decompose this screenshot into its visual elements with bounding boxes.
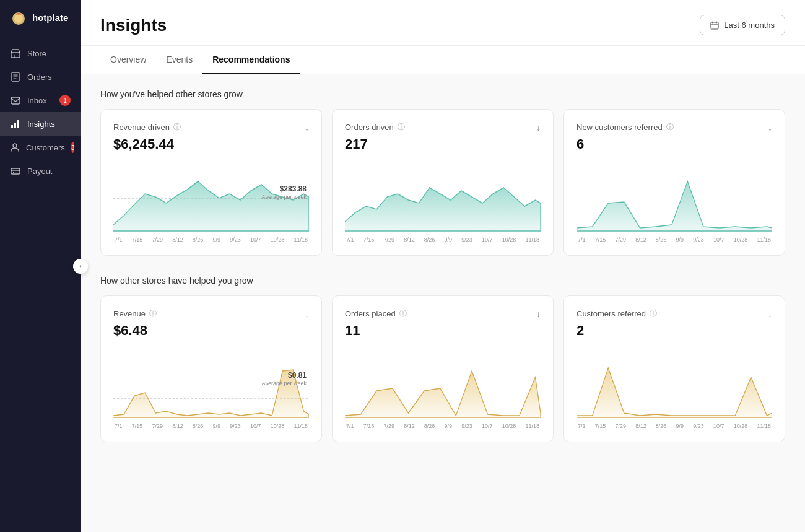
orders-driven-card: Orders driven ⓘ ↓ 217 [332,109,554,256]
info-icon[interactable]: ⓘ [149,308,157,319]
nav-menu: Store Orders Inbox 1 Insights Cust [0,35,80,532]
card-label: Revenue driven ⓘ [113,122,181,133]
sidebar-item-customers[interactable]: Customers 3 [0,136,80,159]
sidebar-item-insights[interactable]: Insights [0,112,80,136]
sidebar-item-payout-label: Payout [27,167,52,176]
svg-rect-9 [11,168,20,174]
revenue-card: Revenue ⓘ ↓ $6.48 [100,295,322,442]
sidebar-item-orders-label: Orders [27,72,52,82]
logo-icon [10,9,27,26]
sidebar-item-insights-label: Insights [27,120,55,129]
chart-area: $283.88 Average per week [113,160,309,234]
svg-rect-5 [11,125,13,128]
orders-driven-chart [345,160,541,234]
x-axis-labels: 7/17/157/298/128/269/99/2310/710/2811/18 [113,237,309,243]
sidebar-collapse-button[interactable]: ‹ [73,259,88,274]
sidebar-item-customers-label: Customers [26,143,65,152]
sidebar-item-store[interactable]: Store [0,41,80,65]
page-header: Insights Last 6 months [80,0,805,46]
main-content: Insights Last 6 months Overview Events R… [80,0,805,532]
svg-rect-11 [711,22,718,29]
info-icon[interactable]: ⓘ [666,122,674,133]
section1-cards: Revenue driven ⓘ ↓ $6,245.44 [100,109,785,256]
orders-placed-chart [345,346,541,421]
page-title: Insights [100,15,167,35]
card-label: Orders driven ⓘ [345,122,405,133]
chart-area [345,346,541,421]
info-icon[interactable]: ⓘ [398,122,405,133]
info-icon[interactable]: ⓘ [173,122,181,133]
avg-line-label: $0.81 Average per week [262,371,307,386]
svg-point-8 [13,144,17,147]
card-value: $6.48 [113,323,309,339]
inbox-icon [10,95,21,106]
download-icon[interactable]: ↓ [768,123,772,133]
card-header: Revenue driven ⓘ ↓ [113,122,309,133]
card-value: 11 [345,323,541,339]
download-icon[interactable]: ↓ [536,309,541,319]
payout-icon [10,165,21,177]
store-icon [10,48,21,59]
orders-icon [10,71,21,82]
svg-rect-3 [14,55,15,58]
card-header: Customers referred ⓘ ↓ [577,308,772,319]
x-axis-labels: 7/17/157/298/128/269/99/2310/710/2811/18 [345,423,541,429]
card-header: Orders driven ⓘ ↓ [345,122,541,133]
card-value: 217 [345,136,541,152]
sidebar-item-payout[interactable]: Payout [0,159,80,183]
new-customers-chart [577,160,772,234]
orders-placed-card: Orders placed ⓘ ↓ 11 [332,295,554,442]
chart-area [577,160,772,234]
customers-referred-card: Customers referred ⓘ ↓ 2 [564,295,785,442]
content-area: How you've helped other stores grow Reve… [80,74,805,532]
svg-point-10 [13,172,14,173]
download-icon[interactable]: ↓ [536,123,541,133]
svg-rect-6 [14,123,16,128]
x-axis-labels: 7/17/157/298/128/269/99/2310/710/2811/18 [577,237,772,243]
card-value: $6,245.44 [113,136,309,152]
section2-cards: Revenue ⓘ ↓ $6.48 [100,295,785,442]
card-header: New customers referred ⓘ ↓ [577,122,772,133]
section2-title: How other stores have helped you grow [100,276,785,286]
download-icon[interactable]: ↓ [305,309,309,319]
download-icon[interactable]: ↓ [305,123,309,133]
new-customers-card: New customers referred ⓘ ↓ 6 [564,109,785,256]
sidebar: hotplate Store Orders Inbox 1 In [0,0,80,532]
info-icon[interactable]: ⓘ [650,308,657,319]
customers-referred-chart [577,346,772,421]
card-label: Customers referred ⓘ [577,308,657,319]
x-axis-labels: 7/17/157/298/128/269/99/2310/710/2811/18 [577,423,772,429]
date-filter-button[interactable]: Last 6 months [700,15,785,35]
download-icon[interactable]: ↓ [768,309,772,319]
chart-area: $0.81 Average per week [113,346,309,421]
card-label: New customers referred ⓘ [577,122,674,133]
revenue-driven-card: Revenue driven ⓘ ↓ $6,245.44 [100,109,322,256]
logo-area: hotplate [0,0,80,35]
date-filter-label: Last 6 months [724,20,775,30]
x-axis-labels: 7/17/157/298/128/269/99/2310/710/2811/18 [113,423,309,429]
sidebar-item-orders[interactable]: Orders [0,65,80,89]
section1-title: How you've helped other stores grow [100,89,785,99]
app-name: hotplate [32,12,68,23]
info-icon[interactable]: ⓘ [399,308,407,319]
chart-area [577,346,772,421]
sidebar-item-inbox[interactable]: Inbox 1 [0,89,80,112]
tab-events[interactable]: Events [156,46,202,74]
avg-line-label: $283.88 Average per week [262,185,307,200]
tab-recommendations[interactable]: Recommendations [202,46,300,74]
card-value: 2 [577,323,772,339]
inbox-badge: 1 [59,95,71,106]
card-value: 6 [577,136,772,152]
sidebar-item-inbox-label: Inbox [27,96,47,105]
tab-overview[interactable]: Overview [100,46,156,74]
customers-badge: 3 [71,142,75,153]
x-axis-labels: 7/17/157/298/128/269/99/2310/710/2811/18 [345,237,541,243]
card-header: Revenue ⓘ ↓ [113,308,309,319]
sidebar-item-store-label: Store [27,49,46,58]
insights-icon [10,118,21,129]
chart-area [345,160,541,234]
calendar-icon [710,21,719,30]
tabs-bar: Overview Events Recommendations [80,46,805,74]
card-label: Revenue ⓘ [113,308,157,319]
card-label: Orders placed ⓘ [345,308,407,319]
